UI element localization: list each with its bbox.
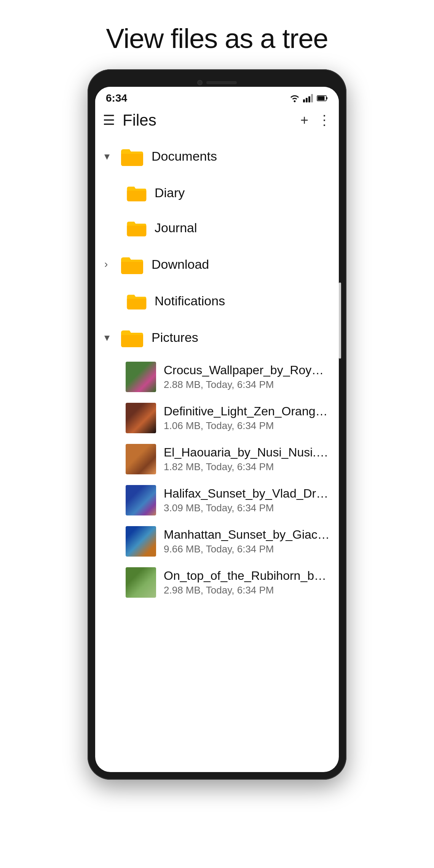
file-info-rubihorn: On_top_of_the_Rubihorn_by_Ma 2.98 MB, To… [164, 569, 330, 596]
file-list: ▾ Documents [95, 137, 339, 618]
file-info-halifax: Halifax_Sunset_by_Vlad_Drobin 3.09 MB, T… [164, 487, 330, 514]
phone-screen: 6:34 [95, 87, 339, 772]
thumbnail-crocus [126, 362, 156, 392]
svg-rect-0 [303, 99, 305, 102]
file-info-manhattan: Manhattan_Sunset_by_Giacome 9.66 MB, Tod… [164, 528, 330, 555]
status-icons [289, 94, 328, 102]
folder-icon-pictures [120, 325, 144, 349]
svg-rect-3 [311, 94, 313, 102]
svg-rect-1 [306, 98, 308, 102]
chevron-documents: ▾ [104, 150, 120, 163]
thumbnail-zen [126, 403, 156, 433]
file-info-crocus: Crocus_Wallpaper_by_Roy_Tan 2.88 MB, Tod… [164, 363, 330, 391]
phone-notch [95, 77, 339, 87]
chevron-pictures: ▾ [104, 331, 120, 344]
status-bar: 6:34 [95, 87, 339, 107]
phone-frame: 6:34 [88, 69, 346, 780]
file-meta-halifax: 3.09 MB, Today, 6:34 PM [164, 502, 330, 514]
file-meta-crocus: 2.88 MB, Today, 6:34 PM [164, 379, 330, 391]
more-button[interactable]: ⋮ [318, 113, 331, 127]
toolbar-title: Files [123, 111, 300, 129]
phone-speaker [206, 81, 237, 84]
svg-rect-2 [308, 96, 310, 102]
folder-notifications[interactable]: Notifications [95, 283, 339, 318]
file-name-halifax: Halifax_Sunset_by_Vlad_Drobin [164, 487, 330, 501]
status-time: 6:34 [106, 92, 127, 104]
folder-icon-journal [126, 217, 147, 238]
signal-icon [303, 94, 314, 102]
thumbnail-halifax [126, 485, 156, 515]
folder-diary-label: Diary [155, 185, 185, 200]
folder-documents-label: Documents [152, 149, 217, 164]
file-name-zen: Definitive_Light_Zen_Orange_by [164, 404, 330, 418]
folder-pictures[interactable]: ▾ Pictures [95, 318, 339, 356]
thumbnail-manhattan [126, 526, 156, 557]
wifi-icon [289, 94, 300, 102]
svg-rect-6 [326, 97, 327, 99]
folder-diary[interactable]: Diary [95, 175, 339, 210]
folder-icon-diary [126, 182, 147, 203]
folder-download[interactable]: › Download [95, 245, 339, 283]
file-meta-zen: 1.06 MB, Today, 6:34 PM [164, 420, 330, 432]
file-manhattan[interactable]: Manhattan_Sunset_by_Giacome 9.66 MB, Tod… [95, 521, 339, 562]
file-name-manhattan: Manhattan_Sunset_by_Giacome [164, 528, 330, 542]
folder-icon-notifications [126, 290, 147, 311]
file-info-haouaria: El_Haouaria_by_Nusi_Nusi.jpg 1.82 MB, To… [164, 445, 330, 473]
phone-camera [197, 80, 203, 85]
toolbar: ☰ Files + ⋮ [95, 107, 339, 137]
toolbar-actions: + ⋮ [300, 113, 331, 127]
folder-pictures-label: Pictures [152, 330, 198, 345]
folder-icon-documents [120, 144, 144, 168]
thumbnail-rubihorn [126, 567, 156, 598]
file-meta-haouaria: 1.82 MB, Today, 6:34 PM [164, 461, 330, 473]
battery-icon [317, 95, 328, 102]
file-meta-manhattan: 9.66 MB, Today, 6:34 PM [164, 543, 330, 555]
chevron-download: › [104, 258, 120, 270]
scrollbar[interactable] [339, 282, 341, 359]
file-halifax[interactable]: Halifax_Sunset_by_Vlad_Drobin 3.09 MB, T… [95, 480, 339, 521]
file-name-crocus: Crocus_Wallpaper_by_Roy_Tan [164, 363, 330, 377]
file-meta-rubihorn: 2.98 MB, Today, 6:34 PM [164, 584, 330, 596]
file-rubihorn[interactable]: On_top_of_the_Rubihorn_by_Ma 2.98 MB, To… [95, 562, 339, 603]
folder-icon-download [120, 252, 144, 276]
add-button[interactable]: + [300, 113, 308, 127]
folder-journal-label: Journal [155, 220, 197, 235]
file-zen[interactable]: Definitive_Light_Zen_Orange_by 1.06 MB, … [95, 397, 339, 439]
file-haouaria[interactable]: El_Haouaria_by_Nusi_Nusi.jpg 1.82 MB, To… [95, 439, 339, 480]
file-info-zen: Definitive_Light_Zen_Orange_by 1.06 MB, … [164, 404, 330, 432]
folder-documents[interactable]: ▾ Documents [95, 137, 339, 175]
page-title: View files as a tree [0, 0, 434, 69]
menu-icon[interactable]: ☰ [103, 113, 115, 127]
file-name-haouaria: El_Haouaria_by_Nusi_Nusi.jpg [164, 445, 330, 460]
folder-notifications-label: Notifications [155, 294, 225, 308]
file-name-rubihorn: On_top_of_the_Rubihorn_by_Ma [164, 569, 330, 583]
folder-journal[interactable]: Journal [95, 210, 339, 245]
file-crocus[interactable]: Crocus_Wallpaper_by_Roy_Tan 2.88 MB, Tod… [95, 356, 339, 397]
thumbnail-haouaria [126, 444, 156, 474]
svg-rect-5 [318, 96, 325, 101]
folder-download-label: Download [152, 257, 209, 272]
